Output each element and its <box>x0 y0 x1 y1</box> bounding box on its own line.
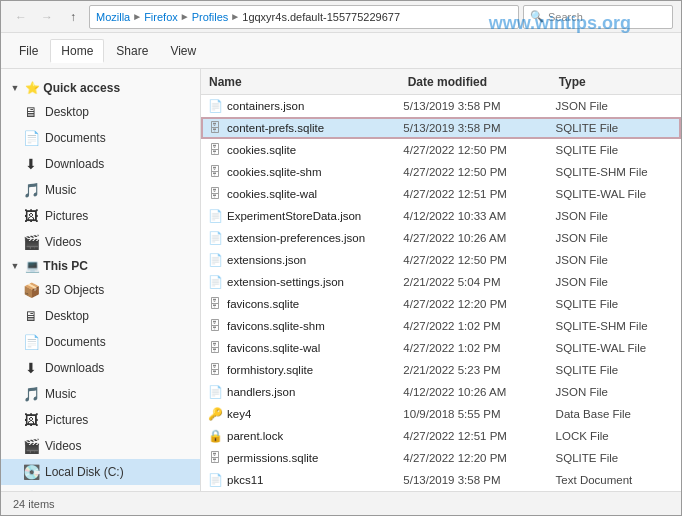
table-row[interactable]: 🗄 favicons.sqlite 4/27/2022 12:20 PM SQL… <box>201 293 681 315</box>
forward-button[interactable]: → <box>35 5 59 29</box>
file-date: 4/27/2022 12:51 PM <box>399 188 551 200</box>
ribbon-tab-home[interactable]: Home <box>50 39 104 63</box>
sidebar-item-label: 3D Objects <box>45 283 104 297</box>
table-row[interactable]: 🗄 cookies.sqlite 4/27/2022 12:50 PM SQLI… <box>201 139 681 161</box>
file-icon: 📄 <box>207 252 223 268</box>
file-name: content-prefs.sqlite <box>227 122 324 134</box>
sidebar-item-pictures-qa[interactable]: 🖼 Pictures <box>1 203 200 229</box>
up-button[interactable]: ↑ <box>61 5 85 29</box>
table-row[interactable]: 📄 pkcs11 5/13/2019 3:58 PM Text Document <box>201 469 681 491</box>
sidebar-item-label: Pictures <box>45 209 88 223</box>
table-row[interactable]: 📄 handlers.json 4/12/2022 10:26 AM JSON … <box>201 381 681 403</box>
file-icon: 🗄 <box>207 164 223 180</box>
sidebar-item-3d-objects[interactable]: 📦 3D Objects <box>1 277 200 303</box>
music-icon: 🎵 <box>23 182 39 198</box>
table-row[interactable]: 🗄 favicons.sqlite-shm 4/27/2022 1:02 PM … <box>201 315 681 337</box>
downloads-icon: ⬇ <box>23 156 39 172</box>
table-row[interactable]: 🗄 formhistory.sqlite 2/21/2022 5:23 PM S… <box>201 359 681 381</box>
file-name: pkcs11 <box>227 474 263 486</box>
table-row[interactable]: 📄 ExperimentStoreData.json 4/12/2022 10:… <box>201 205 681 227</box>
videos-icon: 🎬 <box>23 234 39 250</box>
file-type: JSON File <box>552 232 675 244</box>
file-name: ExperimentStoreData.json <box>227 210 361 222</box>
file-name: cookies.sqlite-shm <box>227 166 322 178</box>
table-row[interactable]: 🔒 parent.lock 4/27/2022 12:51 PM LOCK Fi… <box>201 425 681 447</box>
sidebar-item-documents-qa[interactable]: 📄 Documents <box>1 125 200 151</box>
file-date: 4/27/2022 12:50 PM <box>399 144 551 156</box>
search-box[interactable]: 🔍 Search <box>523 5 673 29</box>
table-row[interactable]: 🗄 cookies.sqlite-wal 4/27/2022 12:51 PM … <box>201 183 681 205</box>
file-type: Text Document <box>552 474 675 486</box>
file-name: cookies.sqlite-wal <box>227 188 317 200</box>
disk-icon: 💽 <box>23 464 39 480</box>
sidebar-item-downloads-pc[interactable]: ⬇ Downloads <box>1 355 200 381</box>
sidebar-item-music-pc[interactable]: 🎵 Music <box>1 381 200 407</box>
breadcrumb-current: 1gqxyr4s.default-155775229677 <box>242 11 400 23</box>
table-row[interactable]: 📄 extension-settings.json 2/21/2022 5:04… <box>201 271 681 293</box>
table-row[interactable]: 🔑 key4 10/9/2018 5:55 PM Data Base File <box>201 403 681 425</box>
sidebar-section-quick-access[interactable]: ▼ ⭐ Quick access <box>1 77 200 99</box>
sidebar-item-label: Desktop <box>45 309 89 323</box>
file-type: SQLITE File <box>552 122 675 134</box>
file-icon: 🗄 <box>207 318 223 334</box>
sidebar-item-documents-pc[interactable]: 📄 Documents <box>1 329 200 355</box>
sidebar-item-local-disk-c[interactable]: 💽 Local Disk (C:) <box>1 459 200 485</box>
file-icon: 📄 <box>207 98 223 114</box>
table-row[interactable]: 📄 containers.json 5/13/2019 3:58 PM JSON… <box>201 95 681 117</box>
file-icon: 📄 <box>207 230 223 246</box>
table-row[interactable]: 🗄 permissions.sqlite 4/27/2022 12:20 PM … <box>201 447 681 469</box>
file-icon: 🗄 <box>207 120 223 136</box>
file-date: 4/27/2022 1:02 PM <box>399 320 551 332</box>
downloads-icon: ⬇ <box>23 360 39 376</box>
sidebar-item-downloads-qa[interactable]: ⬇ Downloads <box>1 151 200 177</box>
music-icon: 🎵 <box>23 386 39 402</box>
documents-icon: 📄 <box>23 334 39 350</box>
file-date: 4/27/2022 10:26 AM <box>399 232 551 244</box>
table-row[interactable]: 📄 extensions.json 4/27/2022 12:50 PM JSO… <box>201 249 681 271</box>
sidebar-section-this-pc[interactable]: ▼ 💻 This PC <box>1 255 200 277</box>
file-icon: 🔑 <box>207 406 223 422</box>
sidebar-item-music-qa[interactable]: 🎵 Music <box>1 177 200 203</box>
ribbon: File Home Share View <box>1 33 681 69</box>
sidebar-item-videos-pc[interactable]: 🎬 Videos <box>1 433 200 459</box>
breadcrumb-mozilla[interactable]: Mozilla <box>96 11 130 23</box>
file-date: 4/27/2022 12:20 PM <box>399 452 551 464</box>
file-icon: 🗄 <box>207 296 223 312</box>
column-date-modified[interactable]: Date modified <box>404 75 555 89</box>
table-row[interactable]: 🗄 favicons.sqlite-wal 4/27/2022 1:02 PM … <box>201 337 681 359</box>
sidebar-item-videos-qa[interactable]: 🎬 Videos <box>1 229 200 255</box>
column-name[interactable]: Name <box>205 75 404 89</box>
file-date: 5/13/2019 3:58 PM <box>399 122 551 134</box>
sidebar-section-quick-access-label: ⭐ Quick access <box>25 81 120 95</box>
table-row[interactable]: 🗄 content-prefs.sqlite 5/13/2019 3:58 PM… <box>201 117 681 139</box>
file-date: 4/27/2022 12:50 PM <box>399 166 551 178</box>
file-icon: 📄 <box>207 472 223 488</box>
file-icon: 🗄 <box>207 450 223 466</box>
file-icon: 📄 <box>207 384 223 400</box>
file-type: JSON File <box>552 210 675 222</box>
breadcrumb-firefox[interactable]: Firefox <box>144 11 178 23</box>
breadcrumb-profiles[interactable]: Profiles <box>192 11 229 23</box>
file-name: favicons.sqlite-wal <box>227 342 320 354</box>
search-icon: 🔍 <box>530 10 544 23</box>
back-button[interactable]: ← <box>9 5 33 29</box>
sidebar-item-desktop-pc[interactable]: 🖥 Desktop <box>1 303 200 329</box>
sidebar-item-pictures-pc[interactable]: 🖼 Pictures <box>1 407 200 433</box>
sidebar-item-label: Music <box>45 387 76 401</box>
file-type: SQLITE File <box>552 452 675 464</box>
address-bar[interactable]: Mozilla ► Firefox ► Profiles ► 1gqxyr4s.… <box>89 5 519 29</box>
sep3: ► <box>230 11 240 22</box>
table-row[interactable]: 🗄 cookies.sqlite-shm 4/27/2022 12:50 PM … <box>201 161 681 183</box>
title-bar: ← → ↑ Mozilla ► Firefox ► Profiles ► 1gq… <box>1 1 681 33</box>
ribbon-tab-file[interactable]: File <box>9 40 48 62</box>
desktop-icon: 🖥 <box>23 308 39 324</box>
main-content: ▼ ⭐ Quick access 🖥 Desktop 📄 Documents ⬇… <box>1 69 681 491</box>
chevron-down-icon: ▼ <box>9 260 21 272</box>
column-type[interactable]: Type <box>555 75 677 89</box>
file-type: JSON File <box>552 386 675 398</box>
ribbon-tab-view[interactable]: View <box>160 40 206 62</box>
sidebar-item-desktop-qa[interactable]: 🖥 Desktop <box>1 99 200 125</box>
file-type: JSON File <box>552 254 675 266</box>
table-row[interactable]: 📄 extension-preferences.json 4/27/2022 1… <box>201 227 681 249</box>
ribbon-tab-share[interactable]: Share <box>106 40 158 62</box>
